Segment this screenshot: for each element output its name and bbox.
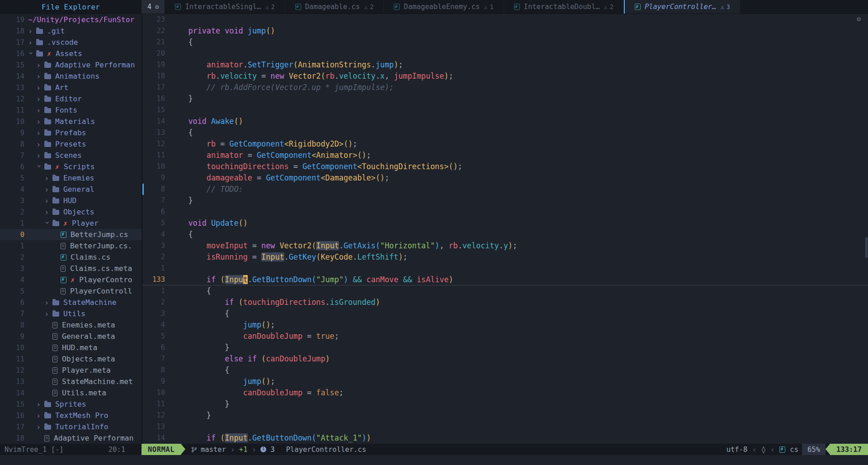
code-line[interactable]: 4 jump(); bbox=[142, 319, 868, 331]
code-line[interactable]: 20 bbox=[142, 48, 868, 59]
tree-row[interactable]: 3Claims.cs.meta bbox=[0, 263, 142, 274]
code-line[interactable]: 14 if (Input.GetButtonDown("Attack_1")) bbox=[142, 432, 868, 444]
code-line[interactable]: 4 { bbox=[142, 229, 868, 240]
folder-icon bbox=[44, 119, 51, 124]
tree-row[interactable]: 10HUD.meta bbox=[0, 342, 142, 353]
folder-icon bbox=[44, 142, 51, 147]
tree-row[interactable]: 8Enemies.meta bbox=[0, 319, 142, 331]
settings-gear-icon[interactable]: ⚙ bbox=[857, 15, 861, 23]
scrollbar-thumb[interactable] bbox=[865, 237, 868, 258]
tree-row[interactable]: 1BetterJump.cs. bbox=[0, 240, 142, 251]
code-line[interactable]: 3 { bbox=[142, 308, 868, 319]
tree-row[interactable]: 4›General bbox=[0, 184, 142, 195]
code-line[interactable]: 5 void Update() bbox=[142, 218, 868, 229]
fileformat-icon: ◊ bbox=[761, 446, 765, 454]
tree-row[interactable]: 9General.meta bbox=[0, 331, 142, 342]
code-line[interactable]: 16 } bbox=[142, 93, 868, 104]
tree-item-label: Utils.meta bbox=[62, 389, 106, 397]
code-line[interactable]: 14 void Awake() bbox=[142, 116, 868, 127]
tree-row[interactable]: 17›TutorialInfo bbox=[0, 421, 142, 432]
tree-row[interactable]: 16›TextMesh Pro bbox=[0, 410, 142, 421]
tree-item-label: TutorialInfo bbox=[55, 422, 108, 431]
code-line[interactable]: 3 moveInput = new Vector2(Input.GetAxis(… bbox=[142, 240, 868, 251]
tree-row[interactable]: 13›Art bbox=[0, 82, 142, 93]
code-line[interactable]: 133 if (Input.GetButtonDown("Jump") && c… bbox=[142, 274, 868, 285]
editor[interactable]: 2322 private void jump()21 {2019 animato… bbox=[142, 14, 868, 444]
tree-row[interactable]: 6›StateMachine bbox=[0, 297, 142, 308]
tree-row[interactable]: 6›✗Scripts bbox=[0, 161, 142, 172]
code-line[interactable]: 7 else if (canDoubleJump) bbox=[142, 353, 868, 365]
tree-row[interactable]: 16›✗Assets bbox=[0, 48, 142, 59]
tree-row[interactable]: 12Player.meta bbox=[0, 365, 142, 376]
tree-row[interactable]: 10›Materials bbox=[0, 116, 142, 127]
tree-row[interactable]: 3›HUD bbox=[0, 195, 142, 206]
tree-row[interactable]: 7›Utils bbox=[0, 308, 142, 319]
tree-row[interactable]: 11›Fonts bbox=[0, 104, 142, 116]
code-line[interactable]: 13 bbox=[142, 421, 868, 432]
folder-icon bbox=[52, 199, 59, 204]
code-line[interactable]: 10 touchingDirections = GetComponent<Tou… bbox=[142, 161, 868, 172]
code-line[interactable]: 17 // rb.AddForce(Vector2.up * jumpImpul… bbox=[142, 82, 868, 93]
code-line[interactable]: 18 rb.velocity = new Vector2(rb.velocity… bbox=[142, 71, 868, 82]
tree-row[interactable]: 5PlayerControll bbox=[0, 285, 142, 297]
tree-row[interactable]: 5›Enemies bbox=[0, 172, 142, 184]
code-line[interactable]: 5 canDoubleJump = true; bbox=[142, 331, 868, 342]
tree-row[interactable]: 9›Prefabs bbox=[0, 127, 142, 138]
code-line[interactable]: 11 } bbox=[142, 399, 868, 410]
code-line[interactable]: 21 { bbox=[142, 37, 868, 48]
code-line[interactable]: 1 { bbox=[142, 285, 868, 297]
tree-row[interactable]: 13StateMachine.met bbox=[0, 376, 142, 387]
tree-row[interactable]: 15›Sprites bbox=[0, 399, 142, 410]
tree-row[interactable]: 0BetterJump.cs bbox=[0, 229, 142, 240]
folder-icon bbox=[44, 153, 51, 158]
tree-row[interactable]: 14Utils.meta bbox=[0, 387, 142, 399]
tree-row[interactable]: 8›Presets bbox=[0, 138, 142, 150]
code-line[interactable]: 8 { bbox=[142, 365, 868, 376]
code-line[interactable]: 13 { bbox=[142, 127, 868, 138]
code-line[interactable]: 6 } bbox=[142, 342, 868, 353]
folder-icon bbox=[36, 40, 43, 45]
tree-row[interactable]: 15›Adaptive Performan bbox=[0, 59, 142, 71]
tab-interactablesingl[interactable]: InteractableSingl…⚠2 bbox=[165, 0, 285, 14]
tree-row[interactable]: 12›Editor bbox=[0, 93, 142, 104]
tree-row[interactable]: 19~/Unity/Projects/FunStor bbox=[0, 14, 142, 25]
tree-row[interactable]: 17›.vscode bbox=[0, 37, 142, 48]
code-line[interactable]: 2 isRunning = Input.GetKey(KeyCode.LeftS… bbox=[142, 251, 868, 263]
code-line[interactable]: 1 bbox=[142, 263, 868, 274]
tree-root-path: ~/Unity/Projects/FunStor bbox=[28, 15, 134, 24]
code-line[interactable]: 11 animator = GetComponent<Animator>(); bbox=[142, 150, 868, 161]
code-line[interactable]: 22 private void jump() bbox=[142, 25, 868, 37]
code-text: isRunning = Input.GetKey(KeyCode.LeftShi… bbox=[165, 251, 868, 263]
tab-playercontroller[interactable]: PlayerController…⚠3 bbox=[624, 0, 740, 14]
tab-interactabledoubl[interactable]: InteractableDoubl…⚠2 bbox=[504, 0, 624, 14]
code-line[interactable]: 9 damageable = GetComponent<Damageable>(… bbox=[142, 172, 868, 184]
code-line[interactable]: 6 bbox=[142, 206, 868, 218]
code-line[interactable]: 9 jump(); bbox=[142, 376, 868, 387]
buffer-count[interactable]: 4 ⚙ bbox=[142, 0, 165, 14]
code-line[interactable]: 8 // TODO: bbox=[142, 184, 868, 195]
tree-item-label: Player.meta bbox=[62, 366, 111, 375]
tree-row[interactable]: 7›Scenes bbox=[0, 150, 142, 161]
tab-damageableenemy-cs[interactable]: DamageableEnemy.cs⚠1 bbox=[384, 0, 504, 14]
code-line[interactable]: 2 if (touchingDirections.isGrounded) bbox=[142, 297, 868, 308]
code-line[interactable]: 15 bbox=[142, 104, 868, 116]
code-line[interactable]: 23 bbox=[142, 14, 868, 25]
code-line[interactable]: 10 canDoubleJump = false; bbox=[142, 387, 868, 399]
expand-arrow-icon: › bbox=[44, 309, 52, 318]
tree-row[interactable]: 14›Animations bbox=[0, 71, 142, 82]
tree-row[interactable]: 2Claims.cs bbox=[0, 251, 142, 263]
tab-damageable-cs[interactable]: Damageable.cs⚠2 bbox=[285, 0, 384, 14]
tree-row[interactable]: 4✗PlayerContro bbox=[0, 274, 142, 285]
tree-row[interactable]: 11Objects.meta bbox=[0, 353, 142, 365]
tree-row[interactable]: 1›✗Player bbox=[0, 218, 142, 229]
tree-row[interactable]: 18›.git bbox=[0, 25, 142, 37]
code-line[interactable]: 7 } bbox=[142, 195, 868, 206]
code-line[interactable]: 12 } bbox=[142, 410, 868, 421]
line-number: 0 bbox=[0, 231, 28, 239]
code-line[interactable]: 12 rb = GetComponent<Rigidbody2D>(); bbox=[142, 138, 868, 150]
code-line[interactable]: 19 animator.SetTrigger(AnimationStrings.… bbox=[142, 59, 868, 71]
cursor-location: 133:17 bbox=[830, 444, 868, 455]
tree-row[interactable]: 18Adaptive Performan bbox=[0, 432, 142, 444]
code-text bbox=[165, 206, 868, 218]
tree-row[interactable]: 2›Objects bbox=[0, 206, 142, 218]
